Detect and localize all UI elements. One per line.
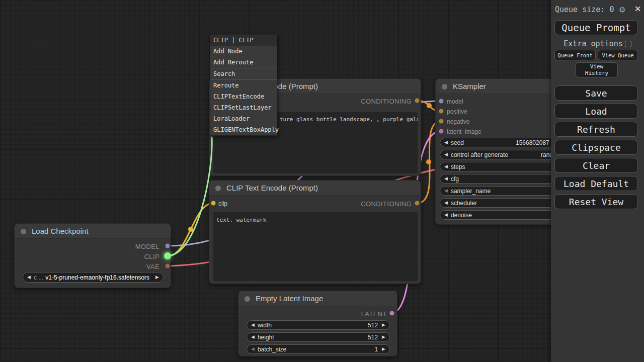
- menu-item-add-node[interactable]: Add Node: [210, 46, 277, 57]
- decrement-arrow-icon[interactable]: ◀: [251, 332, 255, 342]
- output-label-clip: CLIP: [144, 253, 159, 260]
- node-title: Load Checkpoint: [15, 224, 171, 239]
- close-icon[interactable]: ×: [634, 3, 641, 14]
- menu-item-search[interactable]: Search: [210, 68, 277, 79]
- input-label-model: model: [447, 98, 463, 105]
- prev-arrow-icon[interactable]: ◀: [27, 273, 31, 282]
- input-label-negative: negative: [447, 118, 469, 125]
- node-title: Empty Latent Image: [238, 291, 397, 306]
- queue-front-button[interactable]: Queue Front: [554, 50, 596, 60]
- menu-item-cliptextencode[interactable]: CLIPTextEncode: [210, 91, 277, 102]
- settings-gear-icon[interactable]: ⚙: [619, 4, 625, 15]
- menu-item-gligentextboxapply[interactable]: GLIGENTextBoxApply: [210, 124, 277, 135]
- widget-label: c ...: [34, 274, 43, 281]
- queue-prompt-button[interactable]: Queue Prompt: [554, 20, 638, 35]
- widget-label: height: [258, 334, 274, 341]
- output-label-vae: VAE: [146, 263, 159, 270]
- node-load-checkpoint[interactable]: Load Checkpoint MODEL CLIP VAE ◀ c ... v…: [14, 223, 171, 288]
- extra-options-checkbox[interactable]: [625, 41, 631, 47]
- load-button[interactable]: Load: [554, 104, 638, 119]
- queue-size: Queue size: 0 ⚙ ×: [555, 5, 640, 16]
- load-default-button[interactable]: Load Default: [554, 176, 638, 191]
- prompt-text: text, watermark: [216, 217, 266, 223]
- widget-label: seed: [451, 139, 464, 146]
- menu-item-clipsetlastlayer[interactable]: CLIPSetLastLayer: [210, 102, 277, 113]
- decrement-arrow-icon[interactable]: ◀: [251, 320, 255, 330]
- view-history-line2: History: [585, 70, 608, 76]
- refresh-button[interactable]: Refresh: [554, 122, 638, 137]
- view-history-button[interactable]: View History: [576, 62, 618, 77]
- widget-width[interactable]: ◀ width 512 ▶: [247, 320, 390, 330]
- node-empty-latent-image[interactable]: Empty Latent Image LATENT ◀ width 512 ▶ …: [238, 291, 397, 356]
- view-queue-button[interactable]: View Queue: [598, 50, 638, 60]
- decrement-arrow-icon[interactable]: ◀: [444, 198, 448, 208]
- output-label-conditioning: CONDITIONING: [361, 98, 412, 105]
- input-label-positive: positive: [447, 108, 467, 115]
- clear-label: Clear: [583, 160, 610, 171]
- input-label-latent-image: latent_image: [447, 128, 481, 135]
- widget-label: sampler_name: [451, 188, 491, 195]
- widget-value: 1: [286, 346, 378, 353]
- increment-arrow-icon[interactable]: ▶: [382, 332, 385, 342]
- queue-prompt-label: Queue Prompt: [561, 22, 630, 33]
- extra-options: Extra options: [551, 39, 644, 48]
- widget-value: 1566802087: [516, 139, 549, 146]
- decrement-arrow-icon[interactable]: ◀: [444, 210, 448, 220]
- menu-item-loraloader[interactable]: LoraLoader: [210, 113, 277, 124]
- menu-item-reroute[interactable]: Reroute: [210, 80, 277, 91]
- decrement-arrow-icon[interactable]: ◀: [444, 174, 448, 184]
- refresh-label: Refresh: [577, 124, 615, 135]
- decrement-arrow-icon[interactable]: ◀: [444, 150, 448, 159]
- widget-value: 512: [272, 322, 378, 329]
- node-collapse-dot[interactable]: [21, 229, 26, 234]
- menu-item-add-reroute[interactable]: Add Reroute: [210, 57, 277, 68]
- decrement-arrow-icon[interactable]: ◀: [444, 138, 448, 147]
- output-label-model: MODEL: [135, 243, 159, 250]
- view-queue-label: View Queue: [602, 52, 633, 58]
- queue-size-value: 0: [609, 5, 614, 14]
- increment-arrow-icon[interactable]: ▶: [382, 320, 385, 330]
- widget-batch-size[interactable]: ◀ batch_size 1 ▶: [247, 344, 390, 354]
- reset-view-button[interactable]: Reset View: [554, 194, 638, 209]
- save-label: Save: [585, 88, 607, 99]
- input-label-clip: clip: [218, 200, 227, 207]
- widget-value: v1-5-pruned-emaonly-fp16.safetensors: [43, 274, 151, 281]
- node-collapse-dot[interactable]: [215, 186, 221, 191]
- decrement-arrow-icon[interactable]: ◀: [444, 162, 448, 171]
- save-button[interactable]: Save: [554, 85, 638, 101]
- context-menu: CLIP | CLIP Add Node Add Reroute Search …: [210, 34, 277, 136]
- prompt-textarea[interactable]: text, watermark: [213, 212, 418, 281]
- clipspace-button[interactable]: Clipspace: [554, 140, 638, 155]
- widget-label: control after generate: [451, 151, 508, 158]
- load-label: Load: [585, 106, 607, 117]
- widget-label: denoise: [451, 212, 472, 219]
- output-label-conditioning: CONDITIONING: [361, 200, 412, 208]
- clipspace-label: Clipspace: [572, 142, 621, 153]
- clear-button[interactable]: Clear: [554, 158, 638, 173]
- widget-label: cfg: [451, 175, 459, 183]
- increment-arrow-icon[interactable]: ▶: [382, 344, 385, 354]
- next-arrow-icon[interactable]: ▶: [155, 273, 159, 282]
- widget-height[interactable]: ◀ height 512 ▶: [247, 332, 390, 342]
- output-label-latent: LATENT: [361, 310, 387, 318]
- widget-label: steps: [451, 163, 465, 170]
- widget-ckpt-name[interactable]: ◀ c ... v1-5-pruned-emaonly-fp16.safeten…: [23, 272, 164, 283]
- queue-panel: Queue size: 0 ⚙ × Queue Prompt Extra opt…: [551, 0, 644, 362]
- widget-label: scheduler: [451, 200, 477, 207]
- decrement-arrow-icon[interactable]: ◀: [444, 186, 448, 196]
- node-title: CLIP Text Encode (Prompt): [209, 180, 421, 196]
- reset-view-label: Reset View: [569, 197, 623, 207]
- context-menu-title: CLIP | CLIP: [210, 35, 277, 46]
- node-clip-text-encode-2[interactable]: CLIP Text Encode (Prompt) clip CONDITION…: [209, 180, 421, 284]
- view-history-line1: View: [590, 63, 604, 70]
- prompt-text: ture glass bottle landscape, , purple ga…: [280, 116, 418, 123]
- node-collapse-dot[interactable]: [245, 296, 250, 302]
- extra-options-label: Extra options: [564, 39, 622, 48]
- queue-size-label: Queue size:: [555, 5, 605, 14]
- widget-label: width: [258, 322, 272, 329]
- decrement-arrow-icon[interactable]: ◀: [251, 344, 255, 354]
- widget-value: 512: [274, 334, 378, 341]
- node-collapse-dot[interactable]: [442, 84, 447, 89]
- load-default-label: Load Default: [564, 178, 629, 189]
- widget-label: batch_size: [258, 346, 286, 353]
